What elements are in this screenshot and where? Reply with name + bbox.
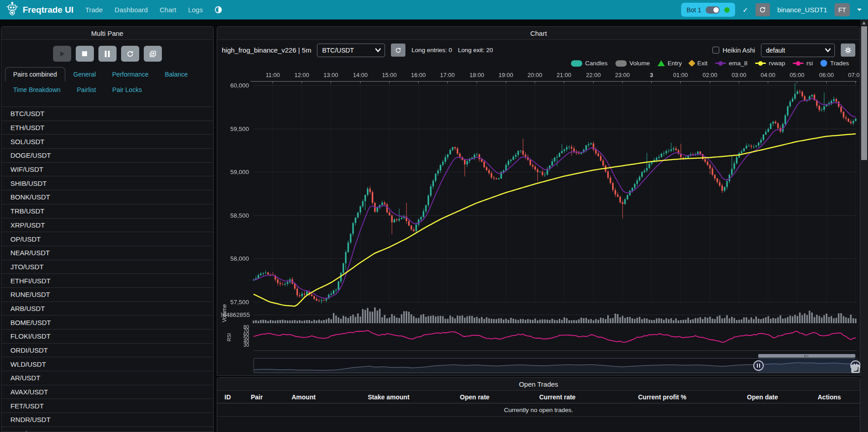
pair-row-wif[interactable]: WIF/USDT — [1, 163, 213, 177]
freqtrade-logo-icon — [6, 2, 18, 18]
chevron-down-icon[interactable] — [857, 9, 862, 11]
scrollbar-thumb[interactable] — [861, 26, 867, 160]
nav-menu: TradeDashboardChartLogs — [85, 6, 203, 14]
col-id[interactable]: ID — [224, 393, 231, 401]
pair-row-arb[interactable]: ARB/USDT — [1, 302, 213, 316]
plot-settings-button[interactable] — [841, 44, 855, 57]
tab-balance[interactable]: Balance — [156, 67, 196, 82]
col-open-rate[interactable]: Open rate — [460, 393, 489, 401]
legend-item-exit[interactable]: Exit — [689, 60, 707, 67]
pair-row-eth[interactable]: ETH/USDT — [1, 121, 213, 135]
tab-performance[interactable]: Performance — [104, 67, 156, 82]
legend-item-rsi[interactable]: rsi — [793, 60, 813, 67]
tab-pairlist[interactable]: Pairlist — [69, 83, 104, 97]
pair-row-floki[interactable]: FLOKI/USDT — [1, 330, 213, 344]
legend-item-volume[interactable]: Volume — [615, 60, 650, 67]
multi-pane-title: Multi Pane — [1, 27, 213, 40]
brand[interactable]: Freqtrade UI — [6, 2, 73, 18]
multi-pane-panel: Multi Pane Pairs combinedGeneralPerforma… — [1, 26, 214, 432]
pair-row-ar[interactable]: AR/USDT — [1, 371, 213, 385]
page-scrollbar[interactable] — [860, 19, 868, 432]
bot-toggle[interactable] — [706, 6, 720, 14]
chart-panel: Chart high_frog_binance_v226 | 5m BTC/US… — [217, 26, 860, 376]
heikin-ashi-checkbox[interactable] — [712, 47, 719, 53]
nav-item-chart[interactable]: Chart — [160, 6, 176, 14]
legend-item-trades[interactable]: Trades — [820, 60, 849, 67]
tab-pair-locks[interactable]: Pair Locks — [104, 83, 150, 97]
bot-chip[interactable]: Bot 1 — [681, 3, 736, 17]
nav-item-logs[interactable]: Logs — [188, 6, 203, 14]
user-avatar[interactable]: FT — [834, 3, 850, 16]
open-trades-header-row: IDPairAmountStake amountOpen rateCurrent… — [217, 391, 860, 403]
datazoom-slider[interactable] — [254, 358, 858, 373]
pair-row-op[interactable]: OP/USDT — [1, 232, 213, 246]
pair-row-bonk[interactable]: BONK/USDT — [1, 190, 213, 204]
pair-row-rune[interactable]: RUNE/USDT — [1, 288, 213, 302]
pair-row-ethfi[interactable]: ETHFI/USDT — [1, 274, 213, 288]
long-exits-count: Long exit: 20 — [458, 47, 493, 53]
multi-pane-tabs: Pairs combinedGeneralPerformanceBalanceT… — [1, 67, 213, 97]
pair-row-wld[interactable]: WLD/USDT — [1, 357, 213, 371]
legend-item-ema_8[interactable]: ema_8 — [715, 60, 747, 67]
tab-time-breakdown[interactable]: Time Breakdown — [5, 83, 69, 97]
legend-item-entry[interactable]: Entry — [658, 60, 682, 67]
refresh-button[interactable] — [121, 46, 139, 62]
datazoom-selection[interactable] — [758, 359, 855, 373]
col-actions[interactable]: Actions — [818, 393, 841, 401]
clear-chart-button[interactable] — [144, 46, 162, 62]
trades-swatch-icon — [820, 60, 827, 67]
pair-row-trb[interactable]: TRB/USDT — [1, 204, 213, 218]
pair-row-fet[interactable]: FET/USDT — [1, 399, 213, 413]
col-current-profit-pct[interactable]: Current profit % — [638, 393, 687, 401]
pair-row-doge[interactable]: DOGE/USDT — [1, 149, 213, 163]
pair-list: BTC/USDTETH/USDTSOL/USDTDOGE/USDTWIF/USD… — [1, 107, 213, 432]
candles-swatch-icon — [571, 60, 582, 67]
bot-chip-label: Bot 1 — [687, 6, 702, 14]
chart-resize-handle[interactable] — [851, 364, 860, 373]
pair-row-xrp[interactable]: XRP/USDT — [1, 218, 213, 233]
heikin-ashi-label: Heikin Ashi — [722, 47, 755, 54]
col-current-rate[interactable]: Current rate — [539, 393, 575, 401]
legend-item-candles[interactable]: Candles — [571, 60, 608, 67]
pair-row-ordi[interactable]: ORDI/USDT — [1, 344, 213, 358]
pair-row-avax[interactable]: AVAX/USDT — [1, 385, 213, 399]
check-icon: ✓ — [742, 6, 748, 14]
bot-account-name: binance_USDT1 — [777, 6, 827, 14]
tab-general[interactable]: General — [65, 67, 104, 82]
navbar: Freqtrade UI TradeDashboardChartLogs Bot… — [0, 0, 868, 19]
play-button[interactable] — [53, 46, 71, 62]
reload-bot-button[interactable] — [756, 3, 770, 16]
bot-controls — [1, 40, 213, 67]
brand-title: Freqtrade UI — [23, 5, 73, 15]
pair-row-dot[interactable]: DOT/USDT — [1, 427, 213, 432]
pair-row-btc[interactable]: BTC/USDT — [1, 107, 213, 121]
long-entries-count: Long entries: 0 — [411, 47, 452, 53]
col-stake-amount[interactable]: Stake amount — [368, 393, 410, 401]
pair-row-shib[interactable]: SHIB/USDT — [1, 176, 213, 190]
plot-config-select[interactable]: default — [761, 44, 835, 57]
exit-swatch-icon — [688, 60, 696, 67]
scroll-up-arrow[interactable] — [862, 21, 866, 24]
nav-item-dashboard[interactable]: Dashboard — [115, 6, 148, 14]
tab-pairs-combined[interactable]: Pairs combined — [5, 67, 65, 82]
pair-row-sol[interactable]: SOL/USDT — [1, 135, 213, 149]
pair-row-jto[interactable]: JTO/USDT — [1, 260, 213, 274]
theme-toggle-icon[interactable] — [215, 6, 222, 14]
col-open-date[interactable]: Open date — [747, 393, 778, 401]
pair-row-near[interactable]: NEAR/USDT — [1, 246, 213, 260]
pair-row-bome[interactable]: BOME/USDT — [1, 316, 213, 330]
pair-select[interactable]: BTC/USDT — [317, 44, 385, 57]
stop-button[interactable] — [76, 46, 94, 62]
col-amount[interactable]: Amount — [292, 393, 316, 401]
entry-swatch-icon — [658, 60, 665, 66]
chart-panel-title: Chart — [217, 27, 860, 40]
pair-row-rndr[interactable]: RNDR/USDT — [1, 413, 213, 427]
col-pair[interactable]: Pair — [251, 393, 263, 401]
pause-button[interactable] — [98, 46, 117, 62]
datazoom-left-handle[interactable] — [753, 360, 764, 371]
refresh-chart-button[interactable] — [391, 44, 405, 57]
price-chart-canvas[interactable] — [221, 66, 859, 356]
nav-item-trade[interactable]: Trade — [85, 6, 103, 14]
datazoom-drag-bar[interactable] — [758, 354, 855, 358]
legend-item-rvwap[interactable]: rvwap — [755, 60, 785, 67]
